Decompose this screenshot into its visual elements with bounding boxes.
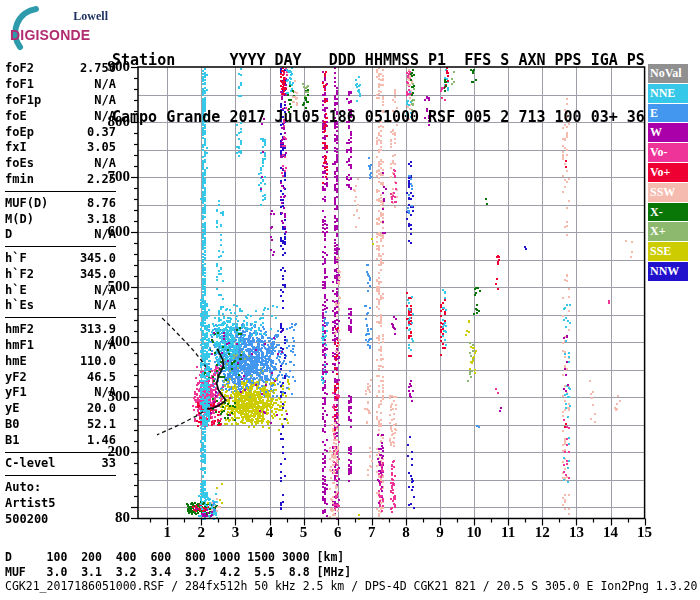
legend-item-w: W — [648, 123, 688, 143]
legend-item-nne: NNE — [648, 84, 688, 104]
x-axis-tick-label: 10 — [461, 524, 487, 541]
param-value: N/A — [94, 298, 116, 314]
file-info-row: CGK21_2017186051000.RSF / 284fx512h 50 k… — [5, 579, 697, 594]
param-value: 52.1 — [87, 417, 116, 433]
param-label: hmE — [5, 354, 27, 370]
legend-item-e: E — [648, 104, 688, 124]
header-bar: Station YYYY DAY DDD HHMMSS P1 FFS S AXN… — [112, 13, 645, 165]
y-axis-tick-label: 200 — [94, 443, 130, 460]
x-axis-tick-label: 13 — [563, 524, 589, 541]
param-label: C-level — [5, 456, 56, 472]
param-label: foF1p — [5, 93, 41, 109]
logo-text-digisonde: DIGISONDE — [10, 27, 90, 43]
x-axis-tick-label: 15 — [632, 524, 658, 541]
param-value: 345.0 — [80, 251, 116, 267]
muf-distance-row: D 100 200 400 600 800 1000 1500 3000 [km… — [5, 550, 697, 565]
param-value: 110.0 — [80, 354, 116, 370]
y-axis-tick-label: 600 — [94, 223, 130, 240]
param-label: foF1 — [5, 77, 34, 93]
x-axis-tick-label: 8 — [393, 524, 419, 541]
x-axis-tick-label: 9 — [427, 524, 453, 541]
legend-item-ssw: SSW — [648, 183, 688, 203]
param-row: hmE110.0 — [5, 354, 116, 370]
param-label: h`F2 — [5, 267, 34, 283]
x-axis-tick-label: 4 — [257, 524, 283, 541]
param-label: h`E — [5, 283, 27, 299]
color-legend: NoValNNEEWVo-Vo+SSWX-X+SSENNW — [648, 64, 688, 282]
legend-item-vo: Vo- — [648, 143, 688, 163]
param-divider — [5, 191, 116, 192]
param-value: 3.05 — [87, 140, 116, 156]
param-divider — [5, 475, 116, 476]
y-axis-tick-label: 80 — [94, 509, 130, 526]
param-label: D — [5, 227, 12, 243]
muf-values-row: MUF 3.0 3.1 3.2 3.4 3.7 4.2 5.5 8.8 [MHz… — [5, 565, 697, 580]
param-row: fxI3.05 — [5, 140, 116, 156]
x-axis-tick-label: 14 — [598, 524, 624, 541]
param-label: fxI — [5, 140, 27, 156]
legend-item-x: X- — [648, 203, 688, 223]
param-row: h`EsN/A — [5, 298, 116, 314]
param-row: yF246.5 — [5, 370, 116, 386]
param-divider — [5, 317, 116, 318]
param-label: h`F — [5, 251, 27, 267]
param-value: 46.5 — [87, 370, 116, 386]
param-label: hmF2 — [5, 322, 34, 338]
param-label: MUF(D) — [5, 196, 48, 212]
y-axis-tick-label: 300 — [94, 388, 130, 405]
param-label: foEp — [5, 125, 34, 141]
footer-info: D 100 200 400 600 800 1000 1500 3000 [km… — [5, 550, 697, 594]
logo-text-lowell: Lowell — [38, 9, 108, 24]
param-row: B052.1 — [5, 417, 116, 433]
param-label: h`Es — [5, 298, 34, 314]
legend-item-x: X+ — [648, 222, 688, 242]
y-axis-tick-label: 700 — [94, 168, 130, 185]
param-label: yF2 — [5, 370, 27, 386]
param-label: B1 — [5, 433, 19, 449]
param-row: MUF(D)8.76 — [5, 196, 116, 212]
header-column-titles: Station YYYY DAY DDD HHMMSS P1 FFS S AXN… — [112, 51, 645, 70]
param-label: foF2 — [5, 61, 34, 77]
header-station-values: Campo Grande 2017 Jul05 186 051000 RSF 0… — [112, 108, 645, 127]
y-axis-tick-label: 400 — [94, 333, 130, 350]
legend-item-nnw: NNW — [648, 262, 688, 282]
lowell-digisonde-logo: Lowell DIGISONDE — [8, 5, 112, 51]
param-value: 8.76 — [87, 196, 116, 212]
x-axis-tick-label: 11 — [495, 524, 521, 541]
x-axis-tick-label: 6 — [325, 524, 351, 541]
legend-item-sse: SSE — [648, 242, 688, 262]
autoscaler-info: Auto: — [5, 480, 116, 496]
param-label: M(D) — [5, 212, 34, 228]
x-axis-tick-label: 3 — [222, 524, 248, 541]
y-axis-tick-label: 800 — [94, 113, 130, 130]
param-label: foE — [5, 109, 27, 125]
y-axis-tick-label: 900 — [94, 58, 130, 75]
param-row: foF1pN/A — [5, 93, 116, 109]
param-value: N/A — [94, 77, 116, 93]
x-axis-tick-label: 12 — [529, 524, 555, 541]
param-label: hmF1 — [5, 338, 34, 354]
param-label: yE — [5, 401, 19, 417]
param-label: B0 — [5, 417, 19, 433]
param-label: foEs — [5, 156, 34, 172]
x-axis-tick-label: 2 — [188, 524, 214, 541]
param-divider — [5, 246, 116, 247]
param-label: fmin — [5, 172, 34, 188]
x-axis-tick-label: 5 — [291, 524, 317, 541]
y-axis-tick-label: 500 — [94, 278, 130, 295]
legend-item-noval: NoVal — [648, 64, 688, 84]
param-label: yF1 — [5, 385, 27, 401]
x-axis-tick-label: 1 — [154, 524, 180, 541]
x-axis-tick-label: 7 — [359, 524, 385, 541]
param-row: foF1N/A — [5, 77, 116, 93]
param-row: h`F345.0 — [5, 251, 116, 267]
param-value: N/A — [94, 93, 116, 109]
legend-item-vo: Vo+ — [648, 163, 688, 183]
ionogram-screen: Lowell DIGISONDE Station YYYY DAY DDD HH… — [0, 0, 700, 600]
